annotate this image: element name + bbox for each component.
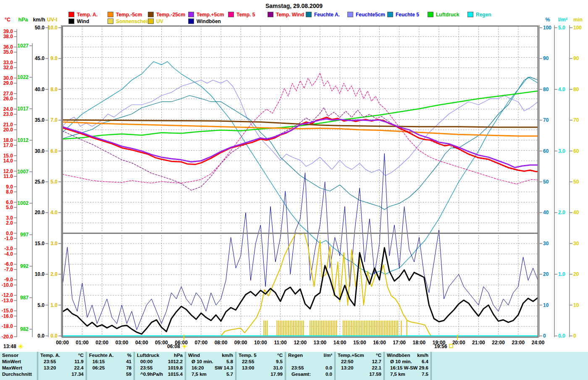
cell-value: 7.5 — [422, 371, 428, 377]
svg-text:8.0: 8.0 — [6, 189, 13, 195]
svg-text:02:00: 02:00 — [96, 340, 109, 346]
svg-text:997: 997 — [20, 232, 29, 238]
cell-value: 0.0 — [326, 371, 332, 377]
column-header: Windböen — [387, 352, 410, 359]
cell-value: 0.0 — [326, 365, 332, 371]
svg-text:1.0: 1.0 — [558, 271, 565, 277]
svg-text:km/h: km/h — [33, 17, 45, 23]
svg-text:4.0: 4.0 — [50, 210, 58, 215]
svg-text:l/m²: l/m² — [558, 17, 567, 23]
svg-text:-1.0: -1.0 — [4, 236, 13, 241]
svg-text:°C: °C — [5, 17, 10, 23]
table-filler — [430, 352, 588, 380]
day-length-label: 13:48 — [3, 343, 24, 349]
column-unit: hPa — [174, 352, 183, 359]
cell-value: 17.34 — [71, 371, 84, 377]
svg-text:100: 100 — [543, 25, 551, 31]
cell-time — [288, 359, 291, 365]
svg-text:5.0: 5.0 — [50, 179, 58, 185]
cell-time — [40, 371, 44, 377]
svg-text:35.0: 35.0 — [3, 49, 13, 55]
svg-text:30: 30 — [543, 241, 549, 246]
svg-text:-13.0: -13.0 — [2, 298, 13, 304]
svg-text:-20.0: -20.0 — [2, 334, 13, 340]
svg-text:70: 70 — [543, 117, 549, 123]
cell-value: 1015.4 — [168, 371, 183, 377]
cell-value: 17.59 — [369, 371, 381, 377]
svg-text:80: 80 — [573, 86, 579, 92]
svg-text:50: 50 — [543, 179, 549, 185]
column-header: Temp. A. — [40, 352, 60, 359]
svg-text:6.0: 6.0 — [50, 148, 58, 154]
svg-text:29.0: 29.0 — [3, 80, 13, 86]
svg-text:9.0: 9.0 — [50, 55, 58, 61]
svg-text:15.0: 15.0 — [35, 241, 45, 246]
svg-text:90: 90 — [543, 55, 549, 61]
svg-text:50.0: 50.0 — [35, 25, 45, 31]
svg-text:5.0: 5.0 — [558, 25, 565, 31]
svg-text:987: 987 — [20, 295, 29, 301]
svg-text:hPa: hPa — [18, 17, 29, 23]
day-length-value: 13:48 — [3, 343, 16, 349]
column-header: Wind — [188, 352, 200, 359]
cell-time: 13:20 — [40, 365, 56, 371]
cell-time: 00:00 — [137, 359, 152, 365]
svg-text:32.0: 32.0 — [3, 65, 13, 71]
row-header: MinWert — [2, 359, 21, 365]
svg-text:45.0: 45.0 — [35, 55, 45, 61]
svg-text:26.0: 26.0 — [3, 96, 13, 102]
svg-text:1027: 1027 — [17, 43, 29, 49]
axis-hpa: 102710221017101210071002997992987982hPa — [17, 17, 32, 337]
cell-time: ^0.9hPa/h — [137, 371, 163, 377]
svg-text:2.0: 2.0 — [558, 210, 565, 215]
svg-text:10: 10 — [543, 302, 549, 308]
svg-text:UV-I: UV-I — [47, 17, 57, 23]
svg-text:10.0: 10.0 — [35, 271, 45, 277]
weather-chart: 39.038.036.035.033.032.030.029.027.026.0… — [0, 0, 588, 380]
svg-text:24:00: 24:00 — [532, 340, 545, 346]
svg-text:10: 10 — [573, 302, 579, 308]
column-header: Temp.+5cm — [338, 352, 364, 359]
svg-text:20.0: 20.0 — [35, 210, 45, 215]
svg-text:5.0: 5.0 — [37, 302, 45, 308]
cell-time: 23:55 — [40, 359, 56, 365]
svg-text:22:00: 22:00 — [492, 340, 505, 346]
svg-text:18:00: 18:00 — [413, 340, 426, 346]
svg-text:70: 70 — [573, 117, 579, 123]
cell-value: 1012.2 — [168, 359, 183, 365]
svg-text:12:00: 12:00 — [294, 340, 307, 346]
row-header: MaxWert — [2, 365, 22, 371]
svg-text:23.0: 23.0 — [3, 111, 13, 117]
svg-text:min: min — [573, 17, 583, 23]
svg-text:100: 100 — [573, 25, 582, 31]
cell-time: 06:25 — [89, 365, 105, 371]
cell-time — [239, 371, 242, 377]
svg-text:90: 90 — [573, 55, 579, 61]
table-column-regen: Regenl/m²23:550.0Gesamt:0.0 — [285, 352, 334, 380]
statistics-table: SensorMinWertMaxWertDurchschnittTemp. A.… — [0, 352, 588, 380]
cell-value: 5.7 — [226, 371, 233, 377]
svg-text:60: 60 — [573, 148, 579, 154]
svg-text:35.0: 35.0 — [35, 117, 45, 123]
sunset-value: 19:56 — [434, 343, 447, 349]
svg-text:40: 40 — [573, 210, 579, 215]
svg-text:1.0: 1.0 — [50, 302, 58, 308]
cell-value: SW 14.3 — [215, 365, 233, 371]
column-unit: km/h — [222, 352, 233, 359]
table-column-temp-a-: Temp. A.°C23:5511.913:2022.417.34 — [37, 352, 86, 380]
column-header: Temp. 5 — [239, 352, 257, 359]
cell-value: 5.8 — [226, 359, 233, 365]
cell-time: 22:50 — [338, 359, 353, 365]
sun-icon — [18, 343, 24, 349]
table-column-luftdruck: LuftdruckhPa00:001012.223:551019.8^0.9hP… — [134, 352, 185, 380]
svg-text:982: 982 — [20, 326, 29, 332]
cell-time — [338, 371, 341, 377]
svg-text:2.0: 2.0 — [50, 271, 58, 277]
cell-time: Ø 10 min. — [387, 359, 412, 365]
svg-text:17:00: 17:00 — [393, 340, 406, 346]
table-column-temp-5cm: Temp.+5cm°C22:5012.713:2022.117.59 — [334, 352, 383, 380]
svg-text:10:00: 10:00 — [254, 340, 267, 346]
svg-text:1022: 1022 — [17, 74, 29, 80]
svg-text:4.0: 4.0 — [558, 86, 565, 92]
svg-text:1007: 1007 — [17, 169, 29, 175]
